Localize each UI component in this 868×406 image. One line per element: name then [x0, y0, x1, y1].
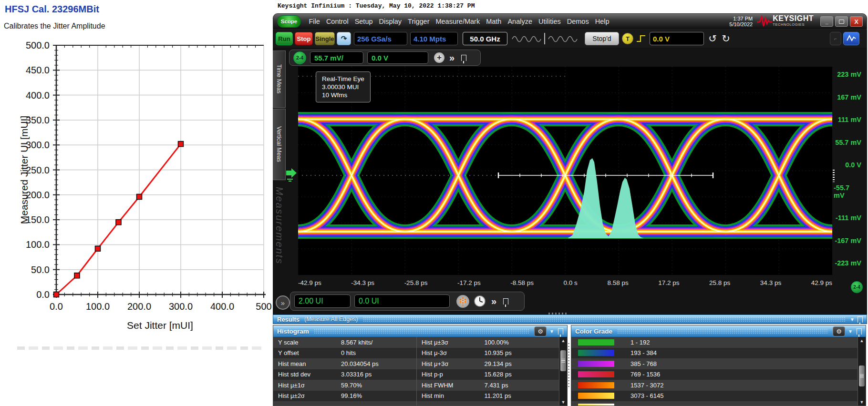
- results-subtitle: (Measure All Edges): [304, 316, 358, 323]
- menu-item[interactable]: Help: [595, 18, 610, 25]
- bandwidth-field[interactable]: 50.0 GHz: [463, 32, 507, 45]
- keysight-logo: KEYSIGHT TECHNOLOGIES: [756, 15, 814, 28]
- stat-label: Y scale: [273, 339, 341, 346]
- clock: 1:37 PM 5/10/2022: [729, 16, 753, 27]
- acquisition-toolbar: Run Stop Single ↷ 256 GSa/s 4.10 Mpts 50…: [273, 30, 867, 48]
- restore-button[interactable]: [835, 16, 848, 27]
- histogram-row: Hist μ-3σ10.935 ps: [417, 348, 559, 359]
- color-grade-title-bar[interactable]: Color Grade ⚙ ▼: [571, 325, 866, 337]
- sample-rate-field[interactable]: 256 GSa/s: [354, 32, 407, 45]
- series-line: [56, 144, 181, 294]
- stop-button[interactable]: Stop: [295, 32, 313, 45]
- menu-item[interactable]: Measure/Mark: [435, 18, 480, 25]
- x-tick-label: 100.0: [86, 301, 110, 312]
- undo-button[interactable]: ↺: [707, 32, 718, 45]
- color-swatch: [578, 361, 614, 367]
- results-collapse-icon[interactable]: ▼: [850, 317, 855, 322]
- voltage-scale-label: -111 mV: [836, 214, 861, 222]
- time-axis-label: 34.3 ps: [760, 279, 781, 286]
- run-button[interactable]: Run: [276, 32, 293, 45]
- menu-item[interactable]: Display: [379, 18, 402, 25]
- trigger-edge-icon[interactable]: [635, 32, 648, 45]
- more-controls-button[interactable]: »: [276, 295, 290, 310]
- measurements-watermark: Measurements: [274, 187, 285, 264]
- scroll-up-icon[interactable]: ▲: [858, 337, 866, 344]
- color-swatch: [578, 382, 614, 388]
- channel-offset-field[interactable]: 0.0 V: [367, 51, 428, 64]
- histogram-pin-icon[interactable]: [558, 328, 563, 335]
- trigger-level-field[interactable]: 0.0 V: [650, 32, 704, 45]
- voltage-scale-label: 55.7 mV: [835, 139, 861, 146]
- menu-item[interactable]: File: [309, 18, 320, 25]
- histogram-collapse-icon[interactable]: ▼: [549, 329, 554, 334]
- menu-item[interactable]: Math: [486, 18, 501, 25]
- results-pin-icon[interactable]: [858, 316, 863, 323]
- clock-mode-icon[interactable]: [473, 294, 486, 308]
- y-tick-label: 400.0: [26, 90, 50, 101]
- horizontal-pin-icon[interactable]: [503, 298, 508, 304]
- menu-item[interactable]: Analyze: [507, 18, 532, 25]
- histogram-title-bar[interactable]: Histogram ⚙ ▼: [273, 325, 567, 337]
- results-header[interactable]: Results (Measure All Edges) ▼: [273, 315, 867, 324]
- time-axis-label: -34.3 ps: [351, 279, 374, 286]
- single-button[interactable]: Single: [315, 32, 335, 45]
- scroll-up-icon[interactable]: ▲: [559, 337, 567, 344]
- histogram-gear-icon[interactable]: ⚙: [534, 326, 547, 336]
- scroll-thumb[interactable]: [859, 365, 865, 386]
- scroll-down-icon[interactable]: ▼: [858, 398, 866, 406]
- scale-grip-icon[interactable]: [833, 170, 835, 182]
- stat-value: 8.567 khits/: [341, 339, 373, 346]
- color-grade-row: 1537 - 3072: [571, 380, 858, 391]
- expand-chevrons-icon[interactable]: »: [449, 52, 455, 63]
- menu-item[interactable]: Setup: [355, 18, 373, 25]
- color-swatch: [578, 350, 614, 356]
- histogram-window-icon[interactable]: [456, 295, 469, 308]
- tab-time-meas[interactable]: Time Meas: [273, 51, 286, 108]
- panel-divider-handle[interactable]: [568, 343, 569, 387]
- color-grade-gear-icon[interactable]: ⚙: [833, 326, 845, 336]
- stat-value: 11.201 ps: [485, 392, 511, 399]
- color-grade-pin-icon[interactable]: [857, 328, 862, 335]
- stat-label: Hist p-p: [417, 371, 485, 378]
- pin-icon[interactable]: [461, 55, 466, 61]
- minimize-button[interactable]: _: [820, 16, 833, 27]
- hit-count-range: 1537 - 3072: [630, 382, 663, 389]
- add-channel-icon[interactable]: +: [434, 52, 444, 63]
- memory-depth-field[interactable]: 4.10 Mpts: [410, 32, 458, 45]
- color-grade-collapse-icon[interactable]: ▼: [848, 329, 853, 334]
- marker-tool-icon[interactable]: ⌐: [830, 32, 841, 45]
- jitter-calibration-chart: 0.050.0100.0150.0200.0250.0300.0350.0400…: [0, 0, 273, 339]
- scroll-thumb[interactable]: [560, 350, 566, 371]
- touch-toggle-button[interactable]: [843, 32, 859, 45]
- menu-item[interactable]: Trigger: [408, 18, 429, 25]
- time-axis-label: 42.9 ps: [811, 279, 832, 286]
- results-title: Results: [277, 316, 300, 323]
- scroll-down-icon[interactable]: ▼: [559, 398, 567, 406]
- channel-scale-field[interactable]: 55.7 mV/: [310, 51, 363, 64]
- time-axis: -42.9 ps-34.3 ps-25.8 ps-17.2 ps-8.58 ps…: [298, 279, 832, 286]
- trigger-level-marker[interactable]: [285, 166, 298, 184]
- acquisition-status-button[interactable]: Stop'd: [585, 32, 619, 45]
- waveform-mode-button[interactable]: ↷: [337, 32, 351, 45]
- histogram-scrollbar[interactable]: ▲ ▼: [559, 337, 567, 406]
- menu-item[interactable]: Demos: [567, 18, 589, 25]
- horizontal-chevrons-icon[interactable]: »: [491, 296, 496, 307]
- clipped-caption: [17, 346, 263, 350]
- trigger-badge[interactable]: T: [622, 33, 633, 44]
- stat-value: 99.16%: [341, 392, 362, 399]
- horizontal-scale-field[interactable]: 2.00 UI: [294, 294, 351, 308]
- horizontal-position-field[interactable]: 0.0 UI: [354, 294, 450, 308]
- channel-badge[interactable]: 2-4: [293, 51, 306, 64]
- close-button[interactable]: X: [850, 16, 863, 27]
- menu-item[interactable]: Control: [326, 18, 349, 25]
- color-swatch: [578, 371, 614, 377]
- menu-item[interactable]: Utilities: [538, 18, 561, 25]
- tab-vertical-meas[interactable]: Vertical Meas: [273, 109, 286, 180]
- color-grade-scrollbar[interactable]: ▲ ▼: [858, 337, 866, 406]
- stat-value: 10.935 ps: [485, 349, 512, 356]
- color-grade-panel: Color Grade ⚙ ▼ 1 - 192193 - 384385 - 76…: [571, 325, 866, 406]
- redo-button[interactable]: ↻: [720, 32, 732, 45]
- stat-value: 3.03316 ps: [341, 371, 372, 378]
- restore-icon: [839, 20, 844, 24]
- scope-menu-button[interactable]: Scope: [277, 15, 301, 28]
